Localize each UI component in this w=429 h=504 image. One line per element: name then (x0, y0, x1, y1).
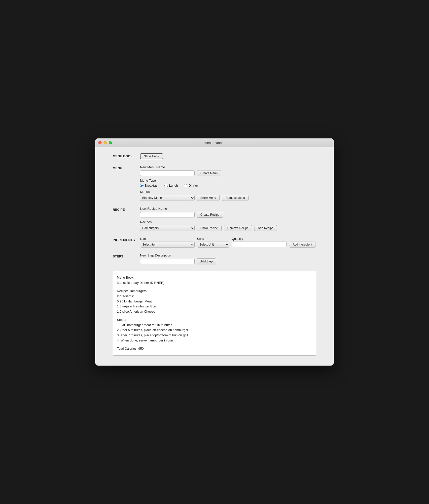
radio-breakfast-label: Breakfast (145, 184, 158, 187)
new-step-input[interactable] (140, 259, 195, 264)
radio-lunch[interactable]: Lunch (164, 184, 178, 187)
radio-breakfast-input[interactable] (140, 184, 143, 187)
output-spacer-1 (117, 286, 312, 289)
output-ingredient-1: 0.25 lb Hamburger Meat (117, 299, 312, 304)
output-spacer-2 (117, 314, 312, 317)
remove-menu-button[interactable]: Remove Menu (222, 195, 249, 201)
menu-book-section: MENU BOOK Show Book (113, 153, 316, 162)
new-step-label: New Step Description (140, 253, 316, 257)
output-spacer-3 (117, 343, 312, 346)
output-ingredient-3: 1.0 slice American Cheese (117, 309, 312, 314)
menus-label: Menus (140, 190, 316, 194)
menu-label: MENU (113, 165, 140, 203)
output-box: Menu Book: Menu: Birthday Dinner (DINNER… (113, 271, 316, 355)
recipes-label: Recipes (140, 220, 316, 224)
add-ingredient-col: Add Ingredient (289, 237, 316, 248)
radio-dinner-label: Dinner (188, 184, 198, 187)
traffic-lights (98, 141, 112, 144)
menu-type-label: Menu Type (140, 179, 316, 182)
steps-section: STEPS New Step Description Add Step (113, 253, 316, 267)
recipe-section: RECIPE New Recipe Name Create Recipe Rec… (113, 207, 316, 234)
close-button[interactable] (98, 141, 102, 144)
output-ingredients-label: Ingredients: (117, 294, 312, 299)
select-unit-dropdown[interactable]: Select Unit (197, 242, 229, 248)
create-menu-button[interactable]: Create Menu (197, 170, 221, 176)
new-recipe-name-label: New Recipe Name (140, 207, 316, 210)
recipes-row: Hamburgers Show Recipe Remove Recipe Add… (140, 225, 316, 231)
add-step-button[interactable]: Add Step (197, 258, 216, 264)
menu-section: MENU New Menu Name Create Menu Menu Type… (113, 165, 316, 203)
add-ingredient-button[interactable]: Add Ingredient (289, 242, 316, 248)
output-recipe: Recipe: Hamburgers (117, 289, 312, 294)
new-recipe-name-input[interactable] (140, 212, 195, 217)
window-content: MENU BOOK Show Book MENU New Menu Name C… (95, 147, 334, 365)
items-col: Items Select Item (140, 237, 195, 248)
ingredients-body: Items Select Item Units Select Unit Quan… (140, 237, 316, 250)
menu-type-radio-group: Breakfast Lunch Dinner (140, 184, 316, 187)
title-bar: Menu Planner (95, 138, 334, 147)
new-menu-name-label: New Menu Name (140, 165, 316, 169)
ingredients-section: INGREDIENTS Items Select Item Units Sele… (113, 237, 316, 250)
output-step-3: 3. After 7 minutes, place top/bottom of … (117, 333, 312, 338)
menus-row: Birthday Dinner Show Menu Remove Menu (140, 195, 316, 201)
output-total-calories: Total Calories: 950 (117, 346, 312, 351)
menu-body: New Menu Name Create Menu Menu Type Brea… (140, 165, 316, 203)
maximize-button[interactable] (109, 141, 112, 144)
output-step-4: 4. When done, serve hamburger in bun (117, 338, 312, 343)
recipes-select[interactable]: Hamburgers (140, 225, 195, 231)
quantity-label: Quantity (232, 237, 286, 241)
radio-dinner[interactable]: Dinner (184, 184, 198, 187)
menu-book-row: Show Book (140, 153, 316, 159)
steps-row: Add Step (140, 258, 316, 264)
remove-recipe-button[interactable]: Remove Recipe (224, 225, 252, 231)
create-recipe-button[interactable]: Create Recipe (197, 212, 223, 218)
show-menu-button[interactable]: Show Menu (197, 195, 220, 201)
quantity-input[interactable] (232, 242, 286, 247)
output-menu: Menu: Birthday Dinner (DINNER) (117, 280, 312, 286)
show-book-button[interactable]: Show Book (140, 153, 163, 159)
output-steps-label: Steps: (117, 317, 312, 323)
output-step-2: 2. After 5 minutes, place on cheese on h… (117, 328, 312, 333)
menu-name-row: Create Menu (140, 170, 316, 176)
ingredients-headers-row: Items Select Item Units Select Unit Quan… (140, 237, 316, 248)
menu-book-label: MENU BOOK (113, 153, 140, 162)
units-col: Units Select Unit (197, 237, 229, 248)
radio-dinner-input[interactable] (184, 184, 187, 187)
quantity-col: Quantity (232, 237, 286, 247)
recipe-body: New Recipe Name Create Recipe Recipes Ha… (140, 207, 316, 234)
add-recipe-button[interactable]: Add Recipe (254, 225, 277, 231)
output-ingredient-2: 1.0 regular Hamburger Bun (117, 304, 312, 309)
minimize-button[interactable] (104, 141, 107, 144)
ingredients-label: INGREDIENTS (113, 237, 140, 250)
radio-lunch-label: Lunch (169, 184, 178, 187)
recipe-label: RECIPE (113, 207, 140, 234)
radio-lunch-input[interactable] (164, 184, 168, 187)
new-menu-name-input[interactable] (140, 170, 195, 176)
show-recipe-button[interactable]: Show Recipe (197, 225, 222, 231)
menus-select[interactable]: Birthday Dinner (140, 195, 195, 201)
menu-book-body: Show Book (140, 153, 316, 162)
radio-breakfast[interactable]: Breakfast (140, 184, 158, 187)
window-title: Menu Planner (205, 141, 225, 145)
items-label: Items (140, 237, 195, 241)
output-menu-book: Menu Book: (117, 275, 312, 280)
select-item-dropdown[interactable]: Select Item (140, 242, 195, 248)
units-label: Units (197, 237, 229, 241)
steps-label: STEPS (113, 253, 140, 267)
output-step-1: 1. Grill hamburger meat for 10 minutes (117, 323, 312, 328)
main-window: Menu Planner MENU BOOK Show Book MENU Ne… (95, 138, 334, 365)
recipe-name-row: Create Recipe (140, 212, 316, 218)
steps-body: New Step Description Add Step (140, 253, 316, 267)
